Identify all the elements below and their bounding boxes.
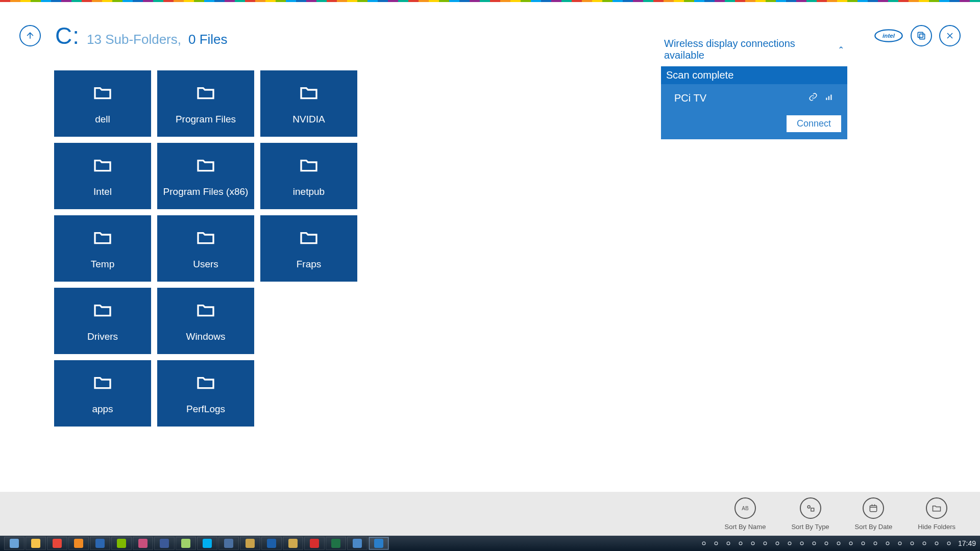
close-button[interactable]	[939, 25, 961, 46]
up-button[interactable]	[19, 25, 41, 46]
folder-icon	[192, 227, 219, 249]
folder-tile[interactable]: NVIDIA	[260, 70, 357, 137]
link-icon	[808, 92, 818, 104]
taskbar-app-app[interactable]	[111, 537, 132, 550]
widi-title: Wireless display connections available	[664, 38, 838, 61]
tray-network-icon[interactable]	[871, 539, 879, 547]
folder-label: Fraps	[297, 259, 322, 270]
svg-point-20	[813, 542, 816, 545]
tray-dropbox-icon[interactable]	[737, 539, 745, 547]
folder-label: Intel	[93, 186, 112, 197]
taskbar-app-teamviewer[interactable]	[261, 537, 282, 550]
folder-tile[interactable]: Temp	[54, 215, 151, 282]
tray-volume-icon[interactable]	[945, 539, 953, 547]
folder-icon	[932, 503, 942, 513]
tray-widi-icon[interactable]	[896, 539, 904, 547]
svg-point-25	[874, 542, 877, 545]
app-icon	[117, 539, 126, 548]
taskbar-app-excel[interactable]	[326, 537, 346, 550]
taskbar-app-steam[interactable]	[240, 537, 260, 550]
widi-body: PCi TV Connect	[661, 84, 847, 139]
tray-battery-icon[interactable]	[835, 539, 843, 547]
tray-power-icon[interactable]	[908, 539, 916, 547]
sort-by-date-button[interactable]: Sort By Date	[855, 497, 893, 531]
widi-header[interactable]: Wireless display connections available ⌃	[661, 36, 847, 66]
tray-safely-remove-icon[interactable]	[712, 539, 720, 547]
sort-date-icon	[868, 503, 878, 513]
taskbar-app-adobe[interactable]	[304, 537, 325, 550]
folder-label: Program Files (x86)	[163, 186, 249, 197]
folder-tile[interactable]: dell	[54, 70, 151, 137]
breadcrumb: C: 13 Sub-Folders, 0 Files	[55, 22, 228, 49]
taskbar-app-widi[interactable]	[369, 537, 389, 550]
svg-point-31	[947, 542, 950, 545]
tray-sync-icon[interactable]	[859, 539, 867, 547]
folder-label: dell	[95, 114, 110, 125]
folder-icon	[89, 227, 116, 249]
notes-icon	[181, 539, 190, 548]
explorer-icon	[31, 539, 40, 548]
sort-by-name-button[interactable]: AB Sort By Name	[724, 497, 766, 531]
svg-point-11	[702, 542, 705, 545]
copy-button[interactable]	[911, 25, 932, 46]
vm-icon	[224, 539, 233, 548]
taskbar-app-chrome[interactable]	[47, 537, 67, 550]
tray-onedrive-icon[interactable]	[761, 539, 769, 547]
tray-keyboard-icon[interactable]	[700, 539, 708, 547]
folder-tile[interactable]: Program Files (x86)	[157, 143, 254, 209]
tray-audio-icon[interactable]	[810, 539, 818, 547]
system-tray	[700, 539, 953, 547]
taskbar-app-putty[interactable]	[283, 537, 303, 550]
taskbar-app-start[interactable]	[4, 537, 24, 550]
tray-facebook-icon[interactable]	[749, 539, 757, 547]
excel-icon	[331, 539, 340, 548]
taskbar-app-explorer[interactable]	[26, 537, 46, 550]
folder-tile[interactable]: PerfLogs	[157, 360, 254, 427]
taskbar-app-snip[interactable]	[347, 537, 368, 550]
taskbar-app-photos[interactable]	[133, 537, 153, 550]
folder-icon	[192, 155, 219, 177]
tray-outlook-bg-icon[interactable]	[798, 539, 806, 547]
svg-point-30	[935, 542, 938, 545]
tray-flag-icon[interactable]	[884, 539, 892, 547]
svg-point-15	[751, 542, 754, 545]
taskbar-app-outlook[interactable]	[90, 537, 110, 550]
steam-icon	[246, 539, 255, 548]
tray-wifi-icon[interactable]	[920, 539, 928, 547]
sort-by-type-button[interactable]: Sort By Type	[791, 497, 829, 531]
widi-device[interactable]: PCi TV	[667, 89, 841, 107]
file-count: 0 Files	[188, 32, 228, 47]
folder-tile[interactable]: apps	[54, 360, 151, 427]
svg-point-21	[825, 542, 828, 545]
tray-display-icon[interactable]	[847, 539, 855, 547]
taskbar-app-vm[interactable]	[218, 537, 239, 550]
tray-antivirus-icon[interactable]	[786, 539, 794, 547]
decorative-top-strip	[0, 0, 980, 2]
widi-panel: Wireless display connections available ⌃…	[661, 36, 847, 139]
tray-update-icon[interactable]	[773, 539, 781, 547]
folder-tile[interactable]: Users	[157, 215, 254, 282]
taskbar-app-skype[interactable]	[197, 537, 217, 550]
svg-point-29	[923, 542, 926, 545]
hide-folders-button[interactable]: Hide Folders	[918, 497, 955, 531]
svg-point-22	[837, 542, 840, 545]
tray-chrome-bg-icon[interactable]	[724, 539, 732, 547]
folder-tile[interactable]: Drivers	[54, 288, 151, 354]
folder-tile[interactable]: inetpub	[260, 143, 357, 209]
folder-tile[interactable]: Program Files	[157, 70, 254, 137]
folder-icon	[89, 372, 116, 394]
taskbar-app-vlc[interactable]	[68, 537, 89, 550]
folder-tile[interactable]: Intel	[54, 143, 151, 209]
photos-icon	[138, 539, 148, 548]
svg-point-23	[849, 542, 852, 545]
taskbar-app-tweetdeck[interactable]	[154, 537, 175, 550]
folder-tile[interactable]: Fraps	[260, 215, 357, 282]
taskbar-app-notes[interactable]	[176, 537, 196, 550]
tweetdeck-icon	[160, 539, 169, 548]
tray-bluetooth-icon[interactable]	[822, 539, 830, 547]
folder-tile[interactable]: Windows	[157, 288, 254, 354]
connect-button[interactable]: Connect	[787, 115, 841, 132]
tray-signal-icon[interactable]	[933, 539, 941, 547]
intel-logo: intel	[874, 28, 903, 44]
svg-rect-2	[920, 34, 925, 39]
